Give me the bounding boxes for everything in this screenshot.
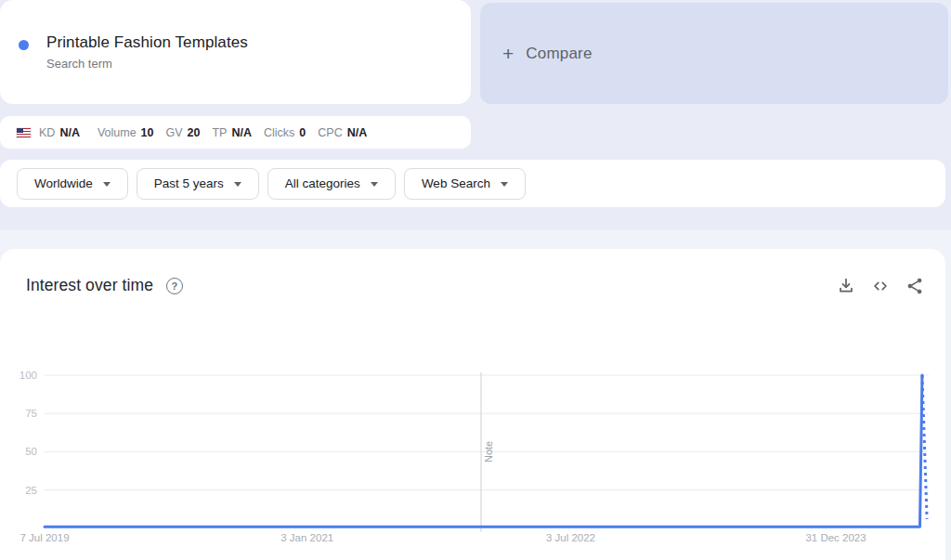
share-icon[interactable] bbox=[905, 276, 925, 296]
chevron-down-icon bbox=[371, 182, 378, 187]
filter-search-type-dropdown[interactable]: Web Search bbox=[404, 168, 526, 200]
filter-category-dropdown[interactable]: All categories bbox=[267, 168, 396, 200]
metric-label: Clicks bbox=[264, 126, 294, 139]
metric-gv: GV 20 bbox=[166, 126, 201, 139]
filter-time-range-dropdown[interactable]: Past 5 years bbox=[137, 168, 259, 200]
filter-time-range-label: Past 5 years bbox=[154, 176, 224, 190]
filter-region-dropdown[interactable]: Worldwide bbox=[17, 168, 128, 200]
chevron-down-icon bbox=[234, 182, 241, 187]
metric-value: N/A bbox=[231, 126, 252, 139]
keyword-metrics-bar: KD N/A Volume 10 GV 20 TP N/A Clicks 0 C… bbox=[0, 116, 471, 149]
metric-clicks: Clicks 0 bbox=[264, 126, 306, 139]
series-color-dot-icon bbox=[19, 40, 29, 50]
chevron-down-icon bbox=[501, 182, 508, 187]
metric-cpc: CPC N/A bbox=[318, 126, 367, 139]
compare-label: Compare bbox=[526, 45, 592, 63]
compare-add-card[interactable]: + Compare bbox=[480, 3, 948, 104]
metric-label: GV bbox=[166, 126, 183, 139]
svg-text:50: 50 bbox=[25, 446, 37, 457]
search-term-type-label: Search term bbox=[46, 57, 112, 71]
embed-code-icon[interactable] bbox=[870, 276, 891, 296]
filter-region-label: Worldwide bbox=[34, 176, 93, 190]
help-icon[interactable]: ? bbox=[166, 278, 183, 294]
svg-text:Note: Note bbox=[483, 441, 494, 462]
svg-text:7 Jul 2019: 7 Jul 2019 bbox=[20, 532, 69, 543]
filter-bar: Worldwide Past 5 years All categories We… bbox=[0, 160, 945, 207]
chevron-down-icon bbox=[103, 182, 111, 187]
chart-section-header: Interest over time ? bbox=[26, 276, 183, 295]
svg-text:3 Jul 2022: 3 Jul 2022 bbox=[546, 532, 595, 543]
svg-text:25: 25 bbox=[25, 485, 37, 496]
metric-label: TP bbox=[212, 126, 227, 139]
download-icon[interactable] bbox=[836, 276, 856, 296]
metric-kd: KD N/A bbox=[39, 126, 80, 139]
svg-text:100: 100 bbox=[20, 370, 37, 381]
filter-search-type-label: Web Search bbox=[422, 176, 490, 190]
metric-value: 0 bbox=[299, 126, 306, 139]
filter-category-label: All categories bbox=[285, 176, 360, 190]
metric-label: CPC bbox=[318, 126, 342, 139]
plus-icon: + bbox=[502, 44, 514, 63]
svg-text:31 Dec 2023: 31 Dec 2023 bbox=[805, 532, 866, 543]
metric-value: N/A bbox=[347, 126, 368, 139]
metric-value: 20 bbox=[188, 126, 201, 139]
metric-value: N/A bbox=[59, 126, 80, 139]
metric-tp: TP N/A bbox=[212, 126, 252, 139]
interest-over-time-chart[interactable]: 255075100Note7 Jul 20193 Jan 20213 Jul 2… bbox=[0, 368, 945, 553]
metric-label: Volume bbox=[98, 126, 137, 139]
metric-value: 10 bbox=[141, 126, 154, 139]
search-term-title: Printable Fashion Templates bbox=[46, 33, 248, 52]
search-term-card[interactable]: Printable Fashion Templates Search term bbox=[0, 0, 471, 104]
chart-toolbar bbox=[836, 276, 925, 296]
metric-label: KD bbox=[39, 126, 55, 139]
chart-title: Interest over time bbox=[26, 276, 153, 295]
us-flag-icon bbox=[17, 128, 31, 137]
svg-text:3 Jan 2021: 3 Jan 2021 bbox=[280, 532, 333, 543]
svg-text:75: 75 bbox=[25, 408, 37, 419]
metric-volume: Volume 10 bbox=[98, 126, 154, 139]
